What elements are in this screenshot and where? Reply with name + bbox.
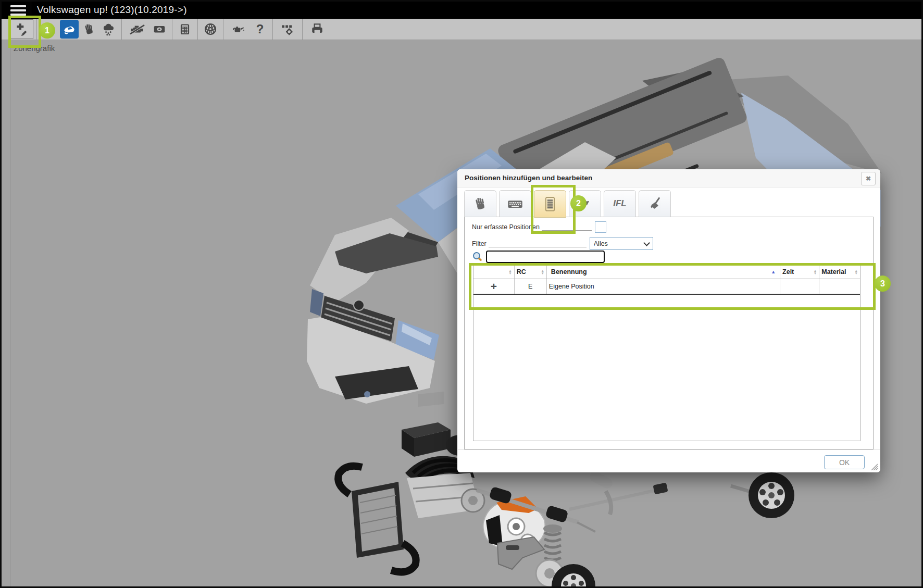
step-badge-1: 1 bbox=[39, 22, 55, 39]
hail-damage-button[interactable] bbox=[99, 20, 118, 39]
filter-select[interactable]: Alles bbox=[590, 237, 653, 250]
hand-icon bbox=[83, 23, 95, 35]
column-material[interactable]: Material ▲▼ bbox=[819, 266, 860, 279]
wheel-icon bbox=[204, 22, 217, 36]
only-captured-label: Nur erfasste Positionen bbox=[472, 223, 540, 231]
toolbar-separator bbox=[197, 19, 198, 40]
zone-graphic-label: Zonengrafik bbox=[14, 44, 55, 53]
table-header-row: ▲▼ RC ▲▼ bbox=[473, 266, 860, 279]
print-button[interactable] bbox=[306, 20, 329, 39]
search-input[interactable] bbox=[486, 251, 605, 263]
table-row: + E Eigene Position bbox=[473, 279, 860, 294]
tab-hand-select[interactable] bbox=[464, 190, 496, 217]
toolbar-separator bbox=[302, 19, 303, 40]
sort-icons: ▲▼ bbox=[855, 269, 858, 274]
toolbar-separator bbox=[36, 19, 37, 40]
sorted-asc-icon: ▲ bbox=[771, 269, 776, 274]
only-captured-row: Nur erfasste Positionen bbox=[472, 221, 606, 233]
cloud-hail-icon bbox=[102, 22, 116, 36]
ok-button[interactable]: OK bbox=[824, 455, 865, 469]
manual-hand-button[interactable] bbox=[80, 20, 98, 39]
filter-label: Filter bbox=[472, 240, 487, 247]
column-add[interactable]: ▲▼ bbox=[473, 266, 514, 279]
dialog-header[interactable]: Positionen hinzufügen und bearbeiten ✖ bbox=[457, 169, 880, 187]
toolbar-separator bbox=[172, 19, 172, 40]
step-badge-2: 2 bbox=[570, 195, 587, 211]
title-bar: Volkswagen up! (123)(10.2019->) bbox=[2, 2, 921, 19]
sort-icons: ▲▼ bbox=[814, 269, 817, 274]
tab-cleanup[interactable] bbox=[639, 190, 671, 217]
cell-zeit bbox=[780, 279, 819, 294]
question-icon: ? bbox=[256, 23, 264, 35]
broom-icon bbox=[647, 196, 662, 211]
table-icon bbox=[179, 23, 191, 35]
dialog-close-button[interactable]: ✖ bbox=[861, 172, 876, 185]
keyboard-icon bbox=[507, 196, 523, 211]
toolbar-separator bbox=[223, 19, 223, 40]
add-position-button[interactable] bbox=[9, 19, 33, 39]
printer-icon bbox=[310, 22, 325, 36]
hamburger-menu-icon[interactable] bbox=[10, 5, 26, 16]
column-rc[interactable]: RC ▲▼ bbox=[514, 266, 546, 279]
only-captured-checkbox[interactable] bbox=[595, 221, 606, 233]
add-row-button[interactable]: + bbox=[473, 279, 514, 294]
cell-benennung: Eigene Position bbox=[546, 279, 780, 294]
boxes-gear-icon bbox=[280, 22, 295, 36]
step-badge-3: 3 bbox=[875, 276, 891, 292]
settings-button[interactable] bbox=[276, 20, 299, 39]
hand-pointer-icon bbox=[473, 196, 488, 211]
calculation-table-button[interactable] bbox=[176, 20, 194, 39]
titlebar-separator bbox=[31, 2, 31, 19]
toolbar-separator bbox=[121, 19, 122, 40]
ifl-label: IFL bbox=[613, 198, 627, 209]
zone-left-border bbox=[10, 40, 10, 586]
cell-material bbox=[819, 279, 860, 294]
engine-button[interactable] bbox=[125, 20, 149, 39]
search-icon bbox=[472, 251, 483, 262]
paint-car-button[interactable] bbox=[60, 20, 79, 39]
resize-handle-icon[interactable] bbox=[870, 462, 878, 470]
dialog-tabs: IFL bbox=[464, 190, 671, 218]
positions-list-container[interactable]: ▲▼ RC ▲▼ bbox=[473, 265, 860, 441]
toolbar-separator bbox=[272, 19, 273, 40]
app-window: Volkswagen up! (123)(10.2019->) bbox=[0, 0, 923, 588]
oil-can-icon bbox=[231, 22, 245, 36]
money-icon bbox=[153, 22, 166, 36]
vehicle-title: Volkswagen up! (123)(10.2019->) bbox=[37, 4, 187, 16]
document-list-icon bbox=[543, 196, 557, 212]
sort-icons: ▲▼ bbox=[541, 269, 544, 274]
money-button[interactable] bbox=[150, 20, 169, 39]
plus-pencil-icon bbox=[15, 22, 28, 36]
sort-icons: ▲▼ bbox=[508, 269, 512, 274]
engine-icon bbox=[129, 22, 145, 36]
wheel-button[interactable] bbox=[201, 20, 220, 39]
footer-divider bbox=[458, 449, 880, 450]
tab-position-list[interactable] bbox=[534, 190, 566, 218]
close-icon: ✖ bbox=[866, 175, 871, 182]
oil-service-button[interactable] bbox=[227, 20, 250, 39]
column-zeit[interactable]: Zeit ▲▼ bbox=[780, 266, 819, 279]
label-underline bbox=[489, 240, 587, 247]
positions-table: ▲▼ RC ▲▼ bbox=[473, 266, 860, 295]
cell-rc: E bbox=[514, 279, 546, 294]
dialog-title: Positionen hinzufügen und bearbeiten bbox=[465, 174, 592, 182]
label-underline bbox=[542, 223, 592, 231]
main-toolbar: ? bbox=[2, 19, 921, 40]
tab-ifl[interactable]: IFL bbox=[604, 190, 636, 217]
tab-keyboard-entry[interactable] bbox=[499, 190, 531, 217]
column-benennung[interactable]: Benennung ▲ bbox=[546, 266, 780, 279]
search-row bbox=[472, 251, 605, 263]
dialog-content: Nur erfasste Positionen Filter Alles bbox=[464, 217, 874, 449]
positions-dialog: Positionen hinzufügen und bearbeiten ✖ bbox=[457, 169, 880, 472]
car-paint-icon bbox=[63, 22, 76, 36]
filter-row: Filter Alles bbox=[472, 237, 653, 250]
help-button[interactable]: ? bbox=[251, 20, 269, 39]
